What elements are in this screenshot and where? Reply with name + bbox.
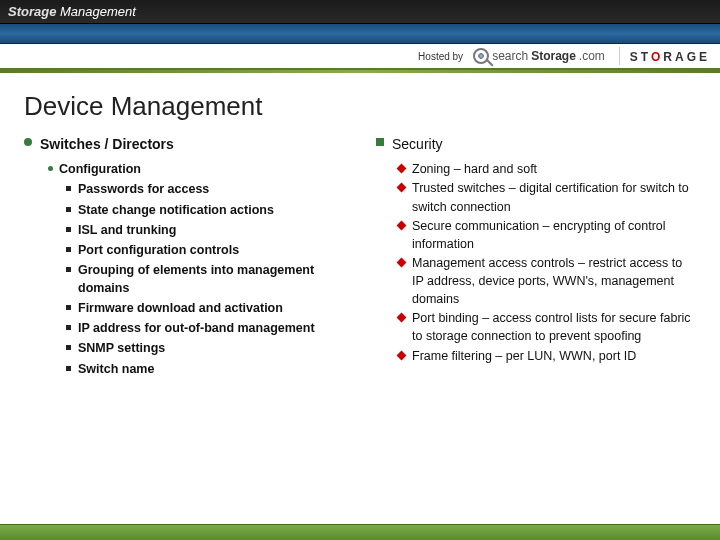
search-word-storage: Storage <box>531 49 576 63</box>
list-item-label: Secure communication – encrypting of con… <box>412 217 692 253</box>
list-item: Secure communication – encrypting of con… <box>398 217 692 253</box>
diamond-bullet-icon <box>397 183 407 193</box>
diamond-bullet-icon <box>397 257 407 267</box>
diamond-bullet-icon <box>397 313 407 323</box>
bullet-circle-icon <box>24 138 32 146</box>
top-banner: Storage Management <box>0 0 720 24</box>
list-item: Passwords for access <box>66 180 340 198</box>
list-item-label: Firmware download and activation <box>78 299 283 317</box>
page-title: Device Management <box>24 91 692 122</box>
hosted-by-label: Hosted by <box>418 51 463 62</box>
search-word-dotcom: .com <box>579 49 605 63</box>
list-item-label: Zoning – hard and soft <box>412 160 537 178</box>
list-item: Port configuration controls <box>66 241 340 259</box>
list-item-label: Port configuration controls <box>78 241 239 259</box>
columns: Switches / Directors Configuration Passw… <box>24 134 692 380</box>
brand-word-management: Management <box>60 4 136 19</box>
storage-wordmark-wrap: STORAGE <box>619 47 710 65</box>
square-bullet-icon <box>66 305 71 310</box>
list-item: State change notification actions <box>66 201 340 219</box>
list-item: Grouping of elements into management dom… <box>66 261 340 297</box>
left-sublist: Configuration Passwords for access State… <box>24 160 340 377</box>
list-item: Frame filtering – per LUN, WWN, port ID <box>398 347 692 365</box>
bottom-bar <box>0 524 720 540</box>
square-bullet-icon <box>66 325 71 330</box>
dot-icon <box>48 166 53 171</box>
left-column: Switches / Directors Configuration Passw… <box>24 134 340 380</box>
list-item: ISL and trunking <box>66 221 340 239</box>
list-item-label: Frame filtering – per LUN, WWN, port ID <box>412 347 636 365</box>
list-item-label: Port binding – access control lists for … <box>412 309 692 345</box>
list-item: Switch name <box>66 360 340 378</box>
left-item-list: Passwords for access State change notifi… <box>48 180 340 377</box>
list-item-label: Switch name <box>78 360 154 378</box>
list-item-label: Grouping of elements into management dom… <box>78 261 340 297</box>
storage-wordmark: STORAGE <box>630 50 710 64</box>
square-bullet-icon <box>66 207 71 212</box>
list-item-label: Passwords for access <box>78 180 209 198</box>
square-bullet-icon <box>66 247 71 252</box>
left-subheading-row: Configuration <box>48 160 340 178</box>
list-item: SNMP settings <box>66 339 340 357</box>
list-item-label: IP address for out-of-band management <box>78 319 315 337</box>
diamond-bullet-icon <box>397 164 407 174</box>
list-item: Management access controls – restrict ac… <box>398 254 692 308</box>
left-heading: Switches / Directors <box>40 134 174 154</box>
right-column: Security Zoning – hard and soft Trusted … <box>376 134 692 380</box>
list-item: Zoning – hard and soft <box>398 160 692 178</box>
list-item-label: Management access controls – restrict ac… <box>412 254 692 308</box>
bullet-square-icon <box>376 138 384 146</box>
left-subheading: Configuration <box>59 160 141 178</box>
list-item-label: State change notification actions <box>78 201 274 219</box>
magnifier-icon <box>473 48 489 64</box>
right-sublist: Zoning – hard and soft Trusted switches … <box>376 160 692 364</box>
list-item: Firmware download and activation <box>66 299 340 317</box>
hosted-by-row: Hosted by searchStorage.com STORAGE <box>0 44 720 70</box>
banner-accent-strip <box>0 24 720 44</box>
square-bullet-icon <box>66 186 71 191</box>
list-item: Port binding – access control lists for … <box>398 309 692 345</box>
list-item-label: ISL and trunking <box>78 221 176 239</box>
square-bullet-icon <box>66 366 71 371</box>
diamond-bullet-icon <box>397 350 407 360</box>
brand-word-storage: Storage <box>8 4 56 19</box>
content-area: Device Management Switches / Directors C… <box>0 73 720 524</box>
left-heading-row: Switches / Directors <box>24 134 340 154</box>
search-word-search: search <box>492 49 528 63</box>
right-heading: Security <box>392 134 443 154</box>
square-bullet-icon <box>66 267 71 272</box>
list-item-label: SNMP settings <box>78 339 165 357</box>
square-bullet-icon <box>66 345 71 350</box>
square-bullet-icon <box>66 227 71 232</box>
list-item: Trusted switches – digital certification… <box>398 179 692 215</box>
list-item-label: Trusted switches – digital certification… <box>412 179 692 215</box>
right-heading-row: Security <box>376 134 692 154</box>
list-item: IP address for out-of-band management <box>66 319 340 337</box>
diamond-bullet-icon <box>397 220 407 230</box>
search-storage-logo: searchStorage.com <box>473 48 605 64</box>
brand-logo: Storage Management <box>8 4 136 19</box>
